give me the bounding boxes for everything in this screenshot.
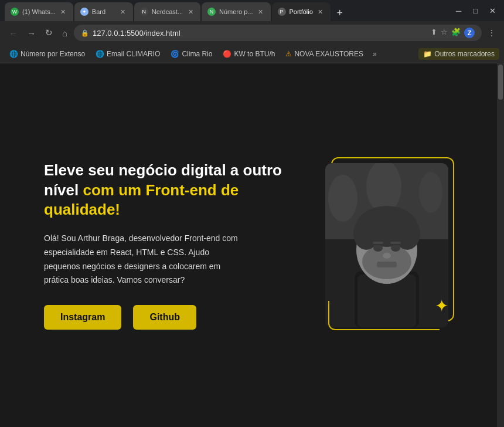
tab-numero[interactable]: N Número p... ✕ xyxy=(202,2,270,21)
share-icon[interactable]: ⬆ xyxy=(431,28,437,38)
svg-point-4 xyxy=(419,172,442,213)
tab-label-numero: Número p... xyxy=(219,8,253,15)
bookmark-label-numero: Número por Extenso xyxy=(21,50,85,58)
folder-icon: 📁 xyxy=(423,50,432,58)
tabs-area: W (1) Whats... ✕ ✦ Bard ✕ N Nerdcast... … xyxy=(5,0,452,21)
maximize-button[interactable]: □ xyxy=(469,5,481,16)
hero-section: Eleve seu negócio digital a outro nível … xyxy=(32,145,472,345)
bookmark-nova[interactable]: ⚠ NOVA EXAUSTORES xyxy=(281,48,368,60)
home-button[interactable]: ⌂ xyxy=(59,27,70,39)
new-tab-button[interactable]: + xyxy=(332,5,348,21)
bookmarks-bar: 🌐 Número por Extenso 🌐 Email CLIMARIO 🌀 … xyxy=(0,45,504,63)
bookmark-numero[interactable]: 🌐 Número por Extenso xyxy=(5,48,90,60)
tab-close-numero[interactable]: ✕ xyxy=(257,8,265,16)
svg-point-15 xyxy=(391,245,400,252)
tab-close-bard[interactable]: ✕ xyxy=(119,8,127,16)
scrollbar-thumb[interactable] xyxy=(498,65,503,100)
tab-nerdcast[interactable]: N Nerdcast... ✕ xyxy=(134,2,200,21)
bookmarks-folder-label: Outros marcadores xyxy=(434,50,495,58)
bookmark-icon-nova: ⚠ xyxy=(285,50,292,58)
bookmark-label-email: Email CLIMARIO xyxy=(107,50,160,58)
bookmark-icon-clima: 🌀 xyxy=(171,50,179,58)
url-text: 127.0.0.1:5500/index.html xyxy=(93,29,181,38)
close-button[interactable]: ✕ xyxy=(486,5,499,16)
tab-close-whats[interactable]: ✕ xyxy=(59,8,67,16)
extensions-icon[interactable]: 🧩 xyxy=(451,28,461,38)
svg-point-12 xyxy=(353,217,379,250)
sparkle-icon: ✦ xyxy=(435,296,448,316)
bookmark-kw[interactable]: 🔴 KW to BTU/h xyxy=(218,48,280,60)
photo-container: ✦ xyxy=(325,157,460,333)
tab-portfolio[interactable]: P Portfólio ✕ xyxy=(272,2,331,21)
hero-buttons: Instagram Github xyxy=(44,305,302,330)
star-icon[interactable]: ☆ xyxy=(441,28,448,38)
profile-icon[interactable]: Z xyxy=(464,28,475,38)
bookmark-icon-email: 🌐 xyxy=(96,50,104,58)
tab-favicon-whats: W xyxy=(11,8,19,16)
bookmark-label-clima: Clima Rio xyxy=(182,50,212,58)
tab-label-whats: (1) Whats... xyxy=(22,8,56,15)
bookmark-clima[interactable]: 🌀 Clima Rio xyxy=(166,48,217,60)
tab-close-portfolio[interactable]: ✕ xyxy=(316,8,325,16)
svg-rect-16 xyxy=(373,242,383,244)
svg-rect-17 xyxy=(390,242,401,244)
lock-icon: 🔒 xyxy=(81,29,89,37)
tab-label-nerdcast: Nerdcast... xyxy=(152,8,183,15)
instagram-button[interactable]: Instagram xyxy=(44,305,121,330)
minimize-button[interactable]: ─ xyxy=(452,5,465,16)
url-actions: ⬆ ☆ 🧩 Z xyxy=(431,28,475,38)
tab-label-bard: Bard xyxy=(92,8,115,15)
tab-whats[interactable]: W (1) Whats... ✕ xyxy=(5,2,73,21)
bookmark-label-nova: NOVA EXAUSTORES xyxy=(294,50,363,58)
page-content: Eleve seu negócio digital a outro nível … xyxy=(0,63,504,427)
title-bar: W (1) Whats... ✕ ✦ Bard ✕ N Nerdcast... … xyxy=(0,0,504,21)
bookmark-icon-kw: 🔴 xyxy=(223,50,231,58)
tab-bard[interactable]: ✦ Bard ✕ xyxy=(74,2,133,21)
tab-label-portfolio: Portfólio xyxy=(290,8,313,15)
bookmark-label-kw: KW to BTU/h xyxy=(234,50,275,58)
photo-curve-decoration xyxy=(328,301,440,330)
tab-favicon-numero: N xyxy=(207,8,216,16)
bookmark-email[interactable]: 🌐 Email CLIMARIO xyxy=(91,48,165,60)
more-menu-icon[interactable]: ⋮ xyxy=(485,27,498,39)
hero-heading: Eleve seu negócio digital a outro nível … xyxy=(44,161,302,220)
browser-window: W (1) Whats... ✕ ✦ Bard ✕ N Nerdcast... … xyxy=(0,0,504,427)
github-button[interactable]: Github xyxy=(133,305,196,330)
svg-rect-19 xyxy=(377,262,397,267)
toolbar-buttons: ⋮ xyxy=(485,27,498,39)
svg-point-18 xyxy=(383,253,391,259)
address-bar: ← → ↻ ⌂ 🔒 127.0.0.1:5500/index.html ⬆ ☆ … xyxy=(0,21,504,45)
svg-point-3 xyxy=(328,175,357,222)
bookmark-icon-numero: 🌐 xyxy=(9,50,18,58)
bookmarks-more-button[interactable]: » xyxy=(369,48,380,60)
svg-point-13 xyxy=(394,217,420,250)
bookmarks-folder[interactable]: 📁 Outros marcadores xyxy=(418,48,499,60)
tab-favicon-bard: ✦ xyxy=(80,8,88,16)
tab-favicon-portfolio: P xyxy=(278,8,286,16)
window-controls: ─ □ ✕ xyxy=(452,5,499,16)
svg-point-14 xyxy=(373,245,383,252)
forward-button[interactable]: → xyxy=(24,27,39,39)
tab-close-nerdcast[interactable]: ✕ xyxy=(186,8,195,16)
scrollbar[interactable] xyxy=(497,63,504,427)
refresh-button[interactable]: ↻ xyxy=(42,26,56,39)
url-bar[interactable]: 🔒 127.0.0.1:5500/index.html ⬆ ☆ 🧩 Z xyxy=(74,25,482,41)
hero-description: Olá! Sou Arthur Braga, desenvolvedor Fro… xyxy=(44,232,243,287)
tab-favicon-nerdcast: N xyxy=(140,8,148,16)
back-button[interactable]: ← xyxy=(6,27,21,39)
hero-text: Eleve seu negócio digital a outro nível … xyxy=(44,161,302,330)
